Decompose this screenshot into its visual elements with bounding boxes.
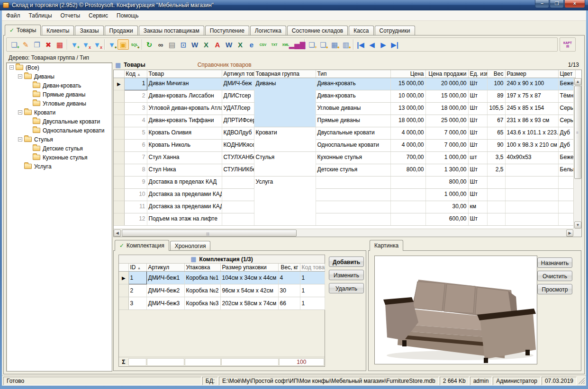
print-icon[interactable]: ▤ bbox=[166, 39, 178, 50]
column-header-Товарная группа[interactable]: Товарная группа bbox=[254, 70, 316, 78]
tab-Комплектация[interactable]: ✓Комплектация bbox=[115, 240, 169, 251]
vertical-scrollbar[interactable]: ▲ ≡ ▼ bbox=[573, 78, 581, 229]
export-word-file-icon[interactable]: W bbox=[223, 39, 235, 50]
kit-column-header-ID[interactable]: ID▲ bbox=[128, 264, 146, 272]
kit-row[interactable]: ▶1ДМИЧ-беж1Коробка №1104см x 34см x 44см… bbox=[119, 272, 325, 284]
tree-item-1[interactable]: −Диваны bbox=[7, 72, 112, 81]
column-header-Вес[interactable]: Вес bbox=[487, 70, 505, 78]
minimize-button[interactable]: – bbox=[535, 0, 549, 8]
tab-Сотрудники[interactable]: Сотрудники bbox=[375, 26, 415, 35]
column-header-Тип[interactable]: Тип bbox=[316, 70, 390, 78]
table-row[interactable]: 8Стул НикаСТУЛНИКбелДетские стулья800,00… bbox=[114, 164, 575, 177]
tab-Хронология[interactable]: Хронология bbox=[170, 241, 211, 251]
export-html-icon[interactable]: e bbox=[246, 39, 257, 50]
export-csv-icon[interactable]: CSV bbox=[257, 39, 269, 50]
table-row[interactable]: 5Кровать ОливияКДВОЛдубКроватиДвуспальны… bbox=[114, 127, 575, 140]
table-row[interactable]: 11Доставка за пределами КАД дог30,00км bbox=[114, 201, 575, 213]
chart-icon[interactable]: ▂▅▇ bbox=[291, 39, 303, 50]
table-row[interactable]: 2Диван-кровать ЛиссабонДЛИСтсерДиван-кро… bbox=[114, 90, 575, 103]
column-header-Товар[interactable]: Товар bbox=[147, 70, 222, 78]
kit-column-header-Код товара[interactable]: Код товара bbox=[300, 264, 325, 272]
resize-grip[interactable] bbox=[579, 378, 585, 384]
kit-row[interactable]: 3ДМИЧ-беж3Коробка №3202см x 58см x 74см6… bbox=[119, 297, 325, 310]
sql-view-icon[interactable]: SQL● bbox=[129, 39, 140, 50]
tree-expander-icon[interactable]: − bbox=[18, 110, 22, 115]
tree-item-3[interactable]: Прямые диваны bbox=[7, 90, 112, 99]
add-record-icon[interactable]: ❏+ bbox=[9, 39, 20, 50]
table-row[interactable]: 6Кровать НикольКОДНИКясеньОдноспальные к… bbox=[114, 140, 575, 152]
tree-item-0[interactable]: −(Все) bbox=[7, 63, 112, 72]
scroll-down-icon[interactable]: ▼ bbox=[574, 221, 581, 229]
scroll-up-icon[interactable]: ▲ bbox=[574, 78, 581, 85]
column-header-Цвет[interactable]: Цвет bbox=[558, 70, 575, 78]
kit-column-header-Размер упаковки[interactable]: Размер упаковки bbox=[220, 264, 278, 272]
filter-add-icon[interactable]: ▼+ bbox=[69, 39, 80, 50]
tab-Заказы поставщикам[interactable]: Заказы поставщикам bbox=[139, 26, 204, 35]
delete-all-icon[interactable]: ▦ bbox=[54, 39, 65, 50]
card-icon[interactable]: КАРТ ▤ bbox=[562, 39, 573, 50]
menu-item-0[interactable]: Файл bbox=[2, 11, 25, 20]
export-excel-file-icon[interactable]: X bbox=[235, 39, 246, 50]
view-props-icon[interactable]: ▥● bbox=[340, 39, 352, 50]
column-header-Цена продажи[interactable]: Цена продажи bbox=[425, 70, 468, 78]
edit-record-icon[interactable]: ✎ bbox=[20, 39, 31, 50]
tree-expander-icon[interactable]: − bbox=[18, 74, 22, 79]
tab-Заказы[interactable]: Заказы bbox=[75, 26, 103, 35]
kit-column-header-Упаковка[interactable]: Упаковка bbox=[184, 264, 220, 272]
nav-next-icon[interactable]: ▶ bbox=[378, 39, 389, 50]
filter-clear-icon[interactable]: ▼x bbox=[91, 39, 103, 50]
column-header-Код[interactable]: Код▲ bbox=[124, 70, 147, 78]
tab-Клиенты[interactable]: Клиенты bbox=[42, 26, 74, 35]
export-txt-icon[interactable]: TXT bbox=[269, 39, 280, 50]
form-props-icon[interactable]: ❏● bbox=[317, 39, 329, 50]
picture-button-Очистить[interactable]: Очистить bbox=[537, 271, 572, 281]
grid-props-icon[interactable]: ▦● bbox=[329, 39, 340, 50]
maximize-button[interactable]: ❐ bbox=[550, 0, 564, 8]
delete-record-icon[interactable]: ✖ bbox=[43, 39, 54, 50]
tab-Касса[interactable]: Касса bbox=[349, 26, 373, 35]
picture-button-Просмотр[interactable]: Просмотр bbox=[537, 284, 572, 294]
tree-item-5[interactable]: −Кровати bbox=[7, 108, 112, 117]
copy-record-icon[interactable]: ❐ bbox=[31, 39, 43, 50]
hscroll-thumb[interactable]: ||| bbox=[122, 230, 297, 237]
export-excel-icon[interactable]: X bbox=[200, 39, 212, 50]
refresh-icon[interactable]: ↻ bbox=[144, 39, 155, 50]
nav-prev-icon[interactable]: ◀ bbox=[366, 39, 378, 50]
tree-expander-icon[interactable]: − bbox=[9, 65, 14, 70]
tab-Продажи[interactable]: Продажи bbox=[105, 26, 138, 35]
menu-item-4[interactable]: Помощь bbox=[112, 11, 143, 20]
kit-row[interactable]: 2ДМИЧ-беж2Коробка №296см x 54см x 42см30… bbox=[119, 284, 325, 297]
preview-icon[interactable]: ⊡ bbox=[178, 39, 189, 50]
table-row[interactable]: 7Стул ХаннаСТУЛХАНбежСтульяКухонные стул… bbox=[114, 152, 575, 164]
menu-item-3[interactable]: Сервис bbox=[84, 11, 112, 20]
tree-toggle-icon[interactable]: ▣ bbox=[118, 39, 129, 50]
vscroll-thumb[interactable]: ≡ bbox=[574, 86, 581, 179]
table-row[interactable]: 10Доставка за пределами КАД1 000,00Шт bbox=[114, 189, 575, 201]
column-header-Размер[interactable]: Размер bbox=[505, 70, 558, 78]
tab-Логистика[interactable]: Логистика bbox=[250, 26, 286, 35]
column-header-Цена[interactable]: Цена bbox=[390, 70, 425, 78]
table-row[interactable]: 12Подъем на этаж на лифте600,00Шт bbox=[114, 213, 575, 226]
tree-item-7[interactable]: Односпальные кровати bbox=[7, 126, 112, 135]
nav-last-icon[interactable]: ▶| bbox=[389, 39, 400, 50]
tree-item-8[interactable]: −Стулья bbox=[7, 135, 112, 144]
menu-item-2[interactable]: Отчеты bbox=[56, 11, 84, 20]
menu-item-1[interactable]: Таблицы bbox=[25, 11, 56, 20]
picture-button-Назначить[interactable]: Назначить bbox=[537, 257, 572, 268]
tab-picture[interactable]: Картинка bbox=[370, 240, 403, 251]
tree-item-6[interactable]: Двуспальные кровати bbox=[7, 117, 112, 126]
scroll-right-icon[interactable]: ▶ bbox=[566, 230, 573, 237]
kit-button-Удалить[interactable]: Удалить bbox=[329, 283, 364, 293]
export-pdf-icon[interactable]: A bbox=[212, 39, 223, 50]
tree-item-10[interactable]: Кухонные стулья bbox=[7, 153, 112, 162]
kit-column-header-Артикул[interactable]: Артикул bbox=[146, 264, 184, 272]
horizontal-scrollbar[interactable]: ◀ ||| ▶ bbox=[114, 229, 573, 237]
tab-Состояние складов[interactable]: Состояние складов bbox=[287, 26, 348, 35]
scroll-left-icon[interactable]: ◀ bbox=[114, 230, 121, 237]
form-new-icon[interactable]: ❏+ bbox=[306, 39, 317, 50]
kit-button-Добавить[interactable]: Добавить bbox=[329, 256, 364, 267]
tree-item-2[interactable]: Диван-кровать bbox=[7, 81, 112, 90]
export-word-icon[interactable]: W bbox=[189, 39, 200, 50]
column-header-Артикул товара[interactable]: Артикул товара bbox=[222, 70, 254, 78]
table-row[interactable]: 3Угловой диван-кровать АтлантаУДАТЛсерУг… bbox=[114, 103, 575, 115]
